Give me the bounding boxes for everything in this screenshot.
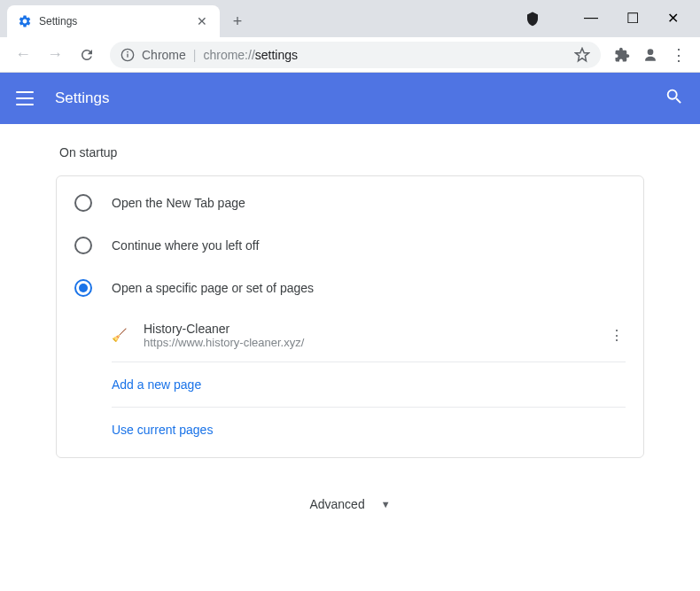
radio-label: Continue where you left off bbox=[112, 238, 259, 253]
kebab-icon: ⋮ bbox=[671, 45, 687, 65]
info-icon bbox=[121, 48, 135, 62]
radio-icon bbox=[74, 194, 92, 212]
settings-header: Settings bbox=[0, 73, 700, 124]
plus-icon: + bbox=[233, 12, 243, 31]
profile-button[interactable] bbox=[638, 43, 663, 67]
chrome-menu-button[interactable]: ⋮ bbox=[666, 43, 691, 67]
entry-menu-button[interactable]: ⋮ bbox=[608, 327, 626, 344]
page-title: Settings bbox=[55, 89, 109, 107]
entry-title: History-Cleaner bbox=[144, 322, 592, 336]
radio-option-specific-pages[interactable]: Open a specific page or set of pages bbox=[74, 267, 626, 309]
section-title: On startup bbox=[56, 145, 644, 159]
startup-page-entry: 🧹 History-Cleaner https://www.history-cl… bbox=[112, 309, 626, 362]
startup-card: Open the New Tab page Continue where you… bbox=[56, 175, 644, 458]
shield-icon[interactable] bbox=[525, 11, 541, 27]
close-tab-icon[interactable]: ✕ bbox=[195, 14, 209, 28]
tab-title: Settings bbox=[39, 15, 188, 27]
close-window-icon[interactable]: ✕ bbox=[667, 10, 679, 27]
browser-tab[interactable]: Settings ✕ bbox=[7, 5, 220, 37]
svg-point-2 bbox=[127, 51, 128, 52]
add-page-link: Add a new page bbox=[112, 377, 201, 392]
forward-button[interactable]: → bbox=[41, 41, 69, 69]
back-button[interactable]: ← bbox=[9, 41, 37, 69]
entry-url: https://www.history-cleaner.xyz/ bbox=[144, 336, 592, 349]
search-icon bbox=[665, 87, 684, 106]
use-current-row[interactable]: Use current pages bbox=[112, 408, 626, 452]
radio-option-continue[interactable]: Continue where you left off bbox=[74, 224, 626, 267]
page-favicon-icon: 🧹 bbox=[112, 328, 128, 344]
chrome-scheme-label: Chrome bbox=[142, 48, 186, 62]
use-current-link: Use current pages bbox=[112, 423, 213, 437]
chevron-down-icon: ▼ bbox=[381, 499, 391, 509]
arrow-left-icon: ← bbox=[15, 45, 31, 64]
svg-point-3 bbox=[648, 49, 654, 55]
bookmark-star-icon[interactable] bbox=[574, 47, 590, 63]
arrow-right-icon: → bbox=[47, 45, 63, 64]
person-icon bbox=[642, 46, 659, 64]
url-prefix: chrome:// bbox=[203, 48, 254, 62]
radio-icon bbox=[74, 237, 92, 254]
search-settings-button[interactable] bbox=[665, 87, 684, 110]
settings-content: On startup Open the New Tab page Continu… bbox=[0, 124, 700, 591]
hamburger-menu-button[interactable] bbox=[16, 91, 34, 105]
reload-icon bbox=[79, 47, 95, 63]
url-path: settings bbox=[255, 48, 298, 62]
radio-icon bbox=[74, 279, 92, 297]
extensions-button[interactable] bbox=[610, 43, 634, 67]
omnibox-divider: | bbox=[193, 48, 197, 62]
advanced-toggle[interactable]: Advanced ▼ bbox=[56, 497, 644, 511]
radio-option-new-tab[interactable]: Open the New Tab page bbox=[74, 182, 626, 224]
settings-gear-icon bbox=[18, 14, 32, 28]
puzzle-icon bbox=[614, 47, 630, 63]
window-controls: — ☐ ✕ bbox=[584, 0, 700, 35]
add-page-row[interactable]: Add a new page bbox=[112, 362, 626, 408]
reload-button[interactable] bbox=[73, 41, 101, 69]
svg-rect-1 bbox=[127, 53, 128, 57]
radio-label: Open the New Tab page bbox=[112, 196, 245, 210]
advanced-label: Advanced bbox=[309, 497, 364, 511]
kebab-icon: ⋮ bbox=[610, 328, 624, 343]
address-bar[interactable]: Chrome | chrome://settings bbox=[110, 42, 601, 68]
new-tab-button[interactable]: + bbox=[225, 9, 250, 34]
maximize-icon[interactable]: ☐ bbox=[626, 10, 639, 27]
radio-label: Open a specific page or set of pages bbox=[112, 281, 314, 295]
minimize-icon[interactable]: — bbox=[584, 10, 598, 26]
browser-toolbar: ← → Chrome | chrome://settings ⋮ bbox=[0, 37, 700, 73]
